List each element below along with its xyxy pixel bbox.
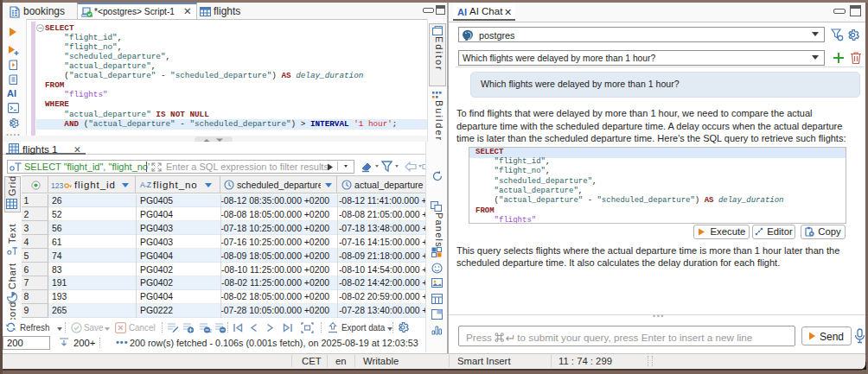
svg-text:2: 2 — [209, 328, 212, 333]
